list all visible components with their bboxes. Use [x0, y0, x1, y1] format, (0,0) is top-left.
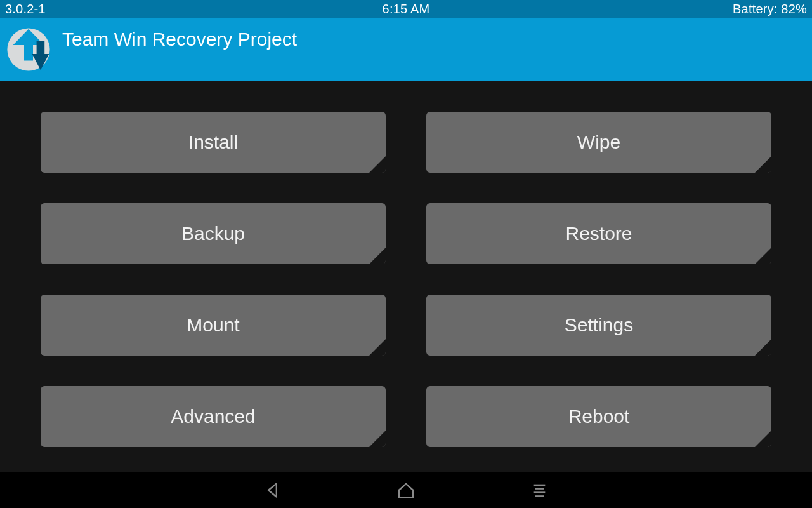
status-version: 3.0.2-1: [5, 2, 272, 17]
page-title: Team Win Recovery Project: [62, 29, 297, 50]
backup-label: Backup: [181, 223, 245, 244]
wipe-button[interactable]: Wipe: [426, 112, 771, 173]
log-button[interactable]: [527, 478, 552, 503]
advanced-label: Advanced: [171, 406, 255, 427]
status-battery: Battery: 82%: [540, 2, 807, 17]
restore-label: Restore: [565, 223, 632, 244]
header: Team Win Recovery Project: [0, 18, 812, 81]
restore-button[interactable]: Restore: [426, 203, 771, 264]
settings-label: Settings: [565, 314, 633, 336]
svg-rect-2: [24, 43, 33, 61]
nav-bar: [0, 472, 812, 508]
svg-rect-4: [37, 41, 45, 56]
status-time: 6:15 AM: [272, 2, 539, 17]
mount-label: Mount: [187, 314, 239, 336]
backup-button[interactable]: Backup: [41, 203, 386, 264]
install-label: Install: [188, 131, 238, 153]
back-icon: [264, 481, 282, 499]
main-menu: Install Wipe Backup Restore Mount Settin…: [0, 81, 812, 472]
settings-button[interactable]: Settings: [426, 295, 771, 356]
log-icon: [530, 481, 548, 499]
mount-button[interactable]: Mount: [41, 295, 386, 356]
reboot-label: Reboot: [568, 406, 630, 427]
reboot-button[interactable]: Reboot: [426, 386, 771, 447]
home-button[interactable]: [393, 478, 419, 503]
home-icon: [396, 481, 416, 500]
back-button[interactable]: [260, 478, 285, 503]
install-button[interactable]: Install: [41, 112, 386, 173]
wipe-label: Wipe: [577, 131, 620, 153]
status-bar: 3.0.2-1 6:15 AM Battery: 82%: [0, 0, 812, 18]
advanced-button[interactable]: Advanced: [41, 386, 386, 447]
twrp-logo-icon: [6, 27, 51, 72]
